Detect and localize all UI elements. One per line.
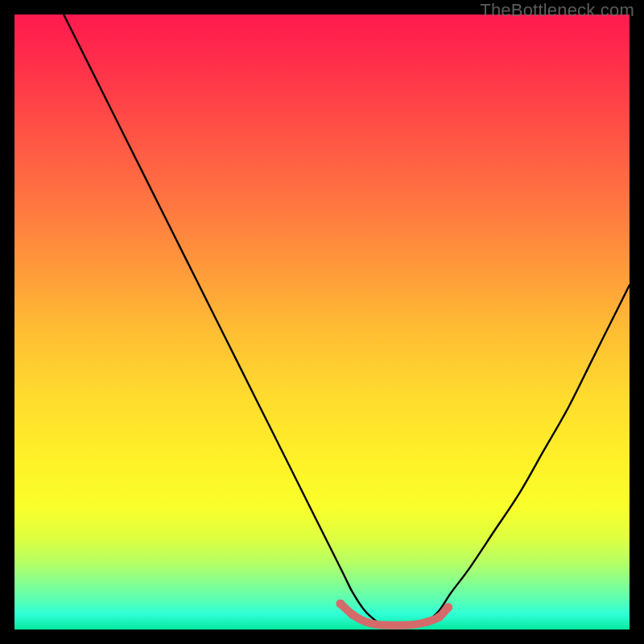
- valley-highlight-dot: [349, 610, 357, 619]
- chart-frame: TheBottleneck.com: [0, 0, 644, 644]
- watermark-text: TheBottleneck.com: [480, 0, 634, 21]
- chart-svg: [14, 14, 630, 630]
- valley-highlight-dot: [336, 599, 345, 608]
- valley-highlight-dot: [435, 613, 444, 621]
- valley-highlight-dot: [444, 603, 452, 612]
- plot-area: [14, 14, 630, 630]
- left-curve: [64, 14, 378, 622]
- right-curve: [427, 285, 630, 622]
